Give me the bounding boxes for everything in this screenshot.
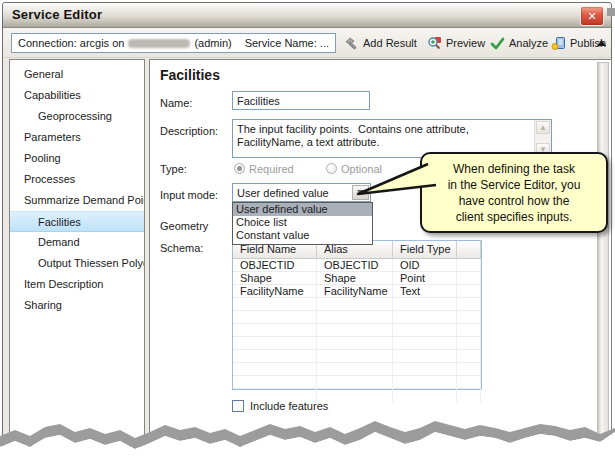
dropdown-option-constant-value[interactable]: Constant value	[233, 229, 372, 242]
input-mode-value: User defined value	[237, 187, 329, 199]
screenshot-root: { "window": { "title": "Service Editor",…	[0, 0, 615, 456]
optional-radio[interactable]	[326, 163, 337, 174]
column-header-field-type[interactable]: Field Type	[393, 241, 457, 258]
table-row-empty	[233, 376, 481, 389]
connection-box: Connection: arcgis on(admin) Service Nam…	[11, 33, 336, 53]
name-label: Name:	[160, 97, 192, 109]
sidebar-item-general[interactable]: General	[10, 64, 144, 85]
sidebar-item-capabilities[interactable]: Capabilities	[10, 85, 144, 106]
sidebar-item-parameters[interactable]: Parameters	[10, 127, 144, 148]
table-row[interactable]: OBJECTID OBJECTID OID	[233, 259, 481, 272]
geometry-label: Geometry	[160, 220, 208, 232]
sidebar-item-output-thiessen-polygons[interactable]: Output Thiessen Polygons	[10, 253, 144, 274]
triangle-up-icon	[596, 39, 607, 47]
checkmark-icon	[490, 37, 505, 50]
sidebar-item-demand[interactable]: Demand	[10, 232, 144, 253]
torn-edge-nub	[607, 8, 615, 16]
sidebar-item-summarize-demand-points[interactable]: Summarize Demand Points By	[10, 190, 144, 211]
close-button[interactable]: ✕	[580, 6, 604, 26]
publish-icon	[551, 36, 566, 50]
analyze-button[interactable]: Analyze	[490, 33, 548, 53]
column-header-spacer	[457, 241, 481, 258]
table-row[interactable]: Shape Shape Point	[233, 272, 481, 285]
callout-line: have control how the	[422, 193, 606, 209]
callout-line: When defining the task	[422, 161, 606, 177]
preview-label: Preview	[446, 37, 485, 49]
input-mode-dropdown-list: User defined value Choice list Constant …	[232, 202, 373, 245]
table-row[interactable]: FacilityName FacilityName Text	[233, 285, 481, 298]
add-result-button[interactable]: Add Result	[344, 33, 417, 53]
dropdown-option-user-defined[interactable]: User defined value	[233, 203, 372, 216]
required-radio[interactable]	[234, 163, 245, 174]
sidebar-item-sharing[interactable]: Sharing	[10, 295, 144, 316]
preview-button[interactable]: Preview	[427, 33, 485, 53]
panel-scrollbar[interactable]	[597, 62, 609, 440]
tooltip-callout: When defining the task in the Service Ed…	[420, 152, 608, 233]
type-label: Type:	[160, 163, 187, 175]
table-row-empty	[233, 337, 481, 350]
include-features-label: Include features	[250, 400, 328, 412]
include-features-checkbox[interactable]	[232, 400, 244, 412]
sidebar-item-geoprocessing[interactable]: Geoprocessing	[10, 106, 144, 127]
service-name-text: Service Name: ...	[245, 37, 329, 49]
radio-dot	[237, 166, 242, 171]
title-bar: Service Editor ✕	[3, 3, 611, 28]
collapse-toolbar-button[interactable]	[596, 37, 608, 47]
scroll-up-icon[interactable]: ▲	[536, 121, 550, 134]
magnifier-icon	[427, 36, 442, 50]
table-row-empty	[233, 363, 481, 376]
analyze-label: Analyze	[509, 37, 548, 49]
table-row-empty	[233, 350, 481, 363]
name-input[interactable]	[232, 91, 370, 110]
input-mode-label: Input mode:	[160, 189, 218, 201]
table-row-empty	[233, 298, 481, 311]
facilities-panel: Facilities Name: Description: The input …	[149, 59, 612, 447]
panel-heading: Facilities	[160, 67, 220, 83]
sidebar-item-item-description[interactable]: Item Description	[10, 274, 144, 295]
redacted-server-name	[128, 39, 190, 48]
close-icon: ✕	[587, 10, 596, 22]
callout-line: in the Service Editor, you	[422, 177, 606, 193]
schema-label: Schema:	[160, 242, 203, 254]
sidebar-item-pooling[interactable]: Pooling	[10, 148, 144, 169]
toolbar: Connection: arcgis on(admin) Service Nam…	[3, 28, 611, 58]
connection-text: Connection: arcgis on(admin)	[18, 37, 232, 49]
callout-tail	[350, 158, 442, 204]
sidebar-item-facilities[interactable]: Facilities	[10, 211, 144, 232]
callout-line: client specifies inputs.	[422, 209, 606, 225]
hammer-icon	[344, 36, 359, 50]
sidebar-item-processes[interactable]: Processes	[10, 169, 144, 190]
table-row-empty	[233, 324, 481, 337]
window-title: Service Editor	[12, 7, 102, 22]
table-row-empty	[233, 311, 481, 324]
description-label: Description:	[160, 125, 218, 137]
schema-table: Field Name Alias Field Type OBJECTID OBJ…	[232, 240, 482, 390]
add-result-label: Add Result	[363, 37, 417, 49]
dropdown-option-choice-list[interactable]: Choice list	[233, 216, 372, 229]
required-radio-label: Required	[249, 163, 294, 175]
settings-nav-sidebar: General Capabilities Geoprocessing Param…	[9, 59, 145, 447]
